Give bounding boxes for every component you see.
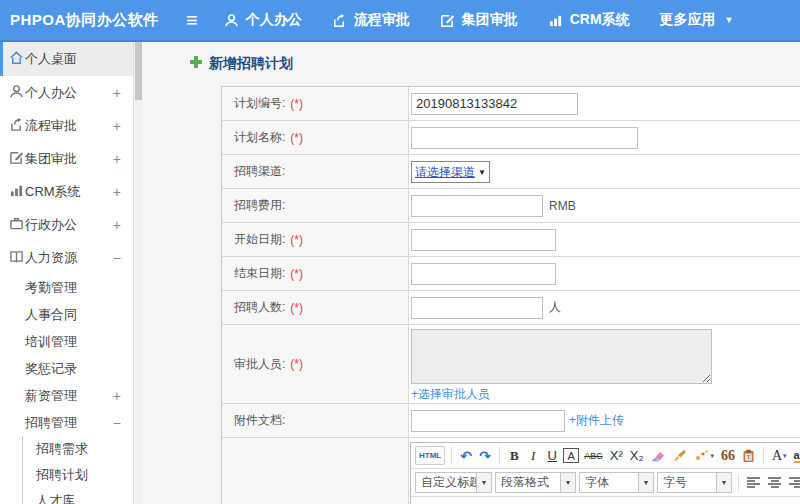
field-value-cell	[409, 87, 800, 120]
paste-icon[interactable]: T	[740, 446, 757, 465]
sidebar-item-attendance[interactable]: 考勤管理	[0, 274, 133, 301]
expand-plus-icon[interactable]: +	[113, 388, 121, 404]
form-row-cost: 招聘费用: RMB	[222, 189, 800, 223]
required-marker: (*)	[290, 267, 303, 281]
bar-chart-icon	[548, 13, 563, 28]
field-value-cell: +附件上传	[409, 404, 800, 437]
align-left-icon[interactable]	[745, 473, 763, 492]
approver-textarea[interactable]	[411, 329, 712, 384]
expand-plus-icon[interactable]: +	[113, 217, 121, 233]
top-bar: PHPOA协同办公软件 ≡ 个人办公 流程审批 集团审批	[0, 0, 800, 42]
nav-group-approval[interactable]: 集团审批	[440, 11, 518, 29]
headcount-input[interactable]	[411, 297, 543, 319]
bar-chart-icon	[9, 183, 24, 201]
bold-button[interactable]: B	[506, 446, 522, 465]
sidebar-item-label: 培训管理	[25, 333, 77, 351]
person-icon	[224, 13, 239, 28]
undo-icon[interactable]: ↶	[458, 446, 474, 465]
nav-personal-office[interactable]: 个人办公	[224, 11, 302, 29]
expand-plus-icon[interactable]: +	[113, 151, 121, 167]
field-label: 计划编号: (*)	[222, 87, 409, 120]
subscript-button[interactable]: X₂	[628, 446, 646, 465]
sidebar-item-salary[interactable]: 薪资管理 +	[0, 382, 133, 409]
sidebar-item-crm[interactable]: CRM系统 +	[0, 175, 133, 208]
plan-number-input[interactable]	[411, 93, 578, 115]
sidebar-item-personal-office[interactable]: 个人办公 +	[0, 76, 133, 109]
app-window: PHPOA协同办公软件 ≡ 个人办公 流程审批 集团审批	[0, 0, 800, 504]
nav-label: 流程审批	[354, 11, 410, 29]
eraser-icon[interactable]	[648, 446, 667, 465]
edit-icon	[9, 150, 24, 168]
expand-plus-icon[interactable]: +	[113, 118, 121, 134]
person-icon	[9, 84, 24, 102]
sidebar-item-hr-contract[interactable]: 人事合同	[0, 301, 133, 328]
nav-workflow-approval[interactable]: 流程审批	[332, 11, 410, 29]
sidebar-item-rewards[interactable]: 奖惩记录	[0, 355, 133, 382]
sidebar-item-label: CRM系统	[25, 183, 81, 201]
text-border-button[interactable]: A	[563, 448, 579, 463]
plan-name-input[interactable]	[411, 127, 638, 149]
superscript-button[interactable]: X²	[608, 446, 625, 465]
paragraph-format-select[interactable]: 段落格式 ▾	[495, 472, 576, 493]
sidebar-item-label: 个人办公	[25, 84, 77, 102]
nav-label: 个人办公	[246, 11, 302, 29]
custom-title-select[interactable]: 自定义标题 ▾	[415, 472, 492, 493]
blockquote-button[interactable]: 66	[719, 446, 737, 465]
field-label: 招聘费用:	[222, 189, 409, 222]
end-date-input[interactable]	[411, 263, 556, 285]
toolbar-separator	[738, 474, 739, 491]
start-date-input[interactable]	[411, 229, 556, 251]
field-label: 计划名称: (*)	[222, 121, 409, 154]
nav-more-apps[interactable]: 更多应用 ▼	[660, 11, 734, 29]
attachment-upload-link[interactable]: +附件上传	[569, 412, 624, 429]
redo-icon[interactable]: ↷	[477, 446, 493, 465]
strikethrough-button[interactable]: ABC	[582, 446, 605, 465]
editor-content-area[interactable]	[411, 497, 800, 504]
recruit-cost-input[interactable]	[411, 195, 543, 217]
italic-button[interactable]: I	[525, 446, 541, 465]
font-size-select[interactable]: 字号 ▾	[657, 472, 732, 493]
sidebar-item-desktop[interactable]: 个人桌面	[0, 42, 133, 76]
sidebar-item-label: 招聘计划	[36, 466, 88, 484]
recruit-channel-select[interactable]: 请选择渠道 ▼	[411, 161, 490, 183]
sidebar-item-hr[interactable]: 人力资源 −	[0, 241, 133, 274]
collapse-minus-icon[interactable]: −	[113, 415, 121, 431]
sidebar-item-group-approval[interactable]: 集团审批 +	[0, 142, 133, 175]
expand-plus-icon[interactable]: +	[113, 184, 121, 200]
format-brush-icon[interactable]	[670, 446, 689, 465]
attachment-input[interactable]	[411, 410, 565, 432]
sidebar-item-workflow-approval[interactable]: 流程审批 +	[0, 109, 133, 142]
sidebar-item-recruit-plan[interactable]: 招聘计划	[23, 462, 133, 488]
align-right-icon[interactable]	[787, 473, 800, 492]
font-color-button[interactable]: A ▾	[770, 446, 789, 465]
collapse-minus-icon[interactable]: −	[113, 250, 121, 266]
expand-plus-icon[interactable]: +	[113, 85, 121, 101]
sidebar-hr-submenu: 考勤管理 人事合同 培训管理 奖惩记录 薪资管理 + 招聘管理 − 招聘需求	[0, 274, 133, 504]
html-source-button[interactable]: HTML	[415, 446, 445, 465]
form-row-plan-number: 计划编号: (*)	[222, 87, 800, 121]
sidebar-scrollbar[interactable]	[135, 42, 142, 504]
sidebar-item-admin-office[interactable]: 行政办公 +	[0, 208, 133, 241]
sidebar-item-recruit-mgmt[interactable]: 招聘管理 −	[0, 409, 133, 436]
required-marker: (*)	[290, 301, 303, 315]
currency-suffix: RMB	[549, 199, 576, 213]
sidebar-item-training[interactable]: 培训管理	[0, 328, 133, 355]
nav-crm-system[interactable]: CRM系统	[548, 11, 630, 29]
highlight-color-button[interactable]: ab ▾	[792, 446, 800, 465]
scrollbar-thumb[interactable]	[135, 42, 142, 100]
form-row-approver: 审批人员: (*) +选择审批人员	[222, 325, 800, 404]
align-center-icon[interactable]	[766, 473, 784, 492]
hamburger-icon[interactable]: ≡	[186, 10, 198, 30]
field-label: 审批人员: (*)	[222, 325, 409, 403]
nav-label: 更多应用	[660, 11, 716, 29]
form-row-attachment: 附件文档: +附件上传	[222, 404, 800, 438]
sidebar-item-recruit-demand[interactable]: 招聘需求	[23, 436, 133, 462]
font-family-select[interactable]: 字体 ▾	[579, 472, 654, 493]
sidebar-item-talent-pool[interactable]: 人才库	[23, 488, 133, 504]
paint-format-icon[interactable]: ▾	[692, 446, 716, 465]
rich-text-editor: HTML ↶ ↷ B I U A ABC X² X₂	[410, 442, 800, 504]
underline-button[interactable]: U	[544, 446, 560, 465]
sidebar-item-label: 个人桌面	[25, 50, 77, 68]
field-value-cell: 人	[409, 291, 800, 324]
choose-approver-link[interactable]: +选择审批人员	[411, 386, 490, 403]
